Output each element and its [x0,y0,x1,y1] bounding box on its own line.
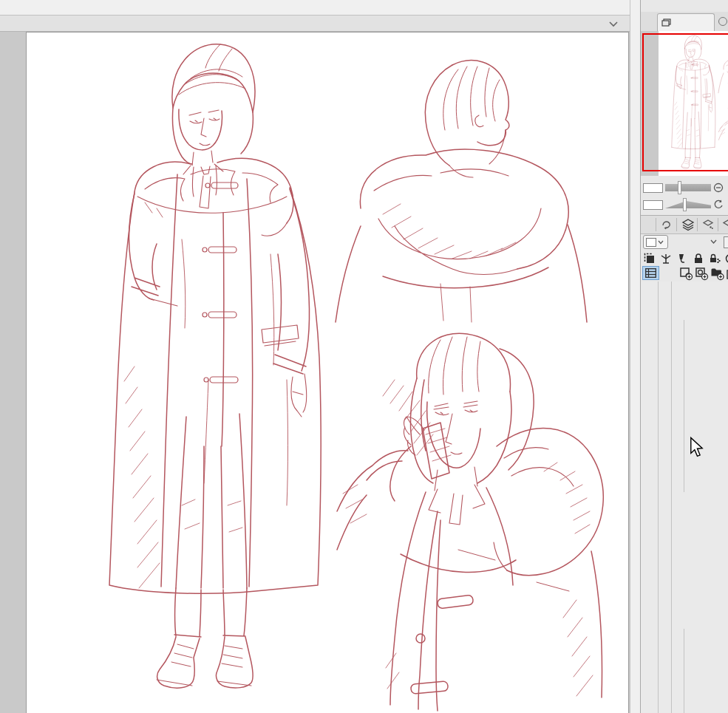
clip-to-layer-icon[interactable] [644,253,656,265]
tab-search-layer-icon[interactable] [722,219,728,231]
menu-bar [0,0,630,16]
blend-extra-box[interactable] [724,236,728,248]
lock-transparent-pixels-icon[interactable] [709,253,721,265]
new-folder-icon[interactable] [710,267,724,281]
layer-flags-row [641,252,728,265]
toolbar-strip [0,16,630,32]
group-indent-guide [684,320,684,492]
mouse-cursor [690,437,704,457]
column-divider [658,282,659,713]
list-view-icon [645,268,656,278]
reference-layer-icon[interactable] [660,253,672,265]
layer-color-swatch[interactable] [643,235,668,249]
drawing-canvas[interactable] [26,32,629,713]
canvas-artwork [27,33,630,713]
layer-list [641,282,728,713]
new-correction-layer-icon[interactable] [695,267,709,281]
blend-mode-row [641,235,728,251]
navigator-window-icon [661,18,671,27]
right-panel [640,0,728,713]
zoom-value[interactable] [643,183,663,193]
rotation-value[interactable] [643,200,663,210]
navigator-preview[interactable] [641,31,728,176]
rotate-reset-icon[interactable] [713,199,724,210]
enable-mask-icon[interactable] [724,253,728,265]
layer-actions-row [641,266,728,282]
blend-mode-chevron-icon[interactable] [710,239,717,245]
column-divider [671,282,672,713]
zoom-out-icon[interactable] [713,182,724,193]
new-layer-icon[interactable] [679,267,693,281]
draft-layer-icon[interactable] [676,253,688,265]
chevron-down-icon [658,240,664,245]
tab-navigator[interactable] [657,13,715,31]
group-indent-guide [684,629,684,713]
zoom-slider-handle[interactable] [678,181,681,194]
tab-layer-property-icon[interactable] [702,219,714,231]
info-icon[interactable] [718,17,727,26]
navigator-tabbar [641,12,728,32]
navigator-view-rectangle[interactable] [642,33,728,171]
zoom-control-row [641,180,728,196]
panel-gutter[interactable] [630,0,641,713]
tab-layers-icon[interactable] [681,218,695,231]
chevron-down-icon[interactable] [608,19,619,28]
rotation-slider[interactable] [665,200,711,209]
layer-color-white [646,238,656,247]
layer-list-view-button[interactable] [642,266,659,280]
zoom-slider[interactable] [665,183,711,192]
rotation-control-row [641,197,728,213]
rotation-slider-handle[interactable] [683,198,687,211]
layer-palette-tabbar [641,216,728,234]
lock-layer-icon[interactable] [693,253,704,265]
tab-undo-history-icon[interactable] [661,219,673,231]
canvas-region [0,0,630,713]
